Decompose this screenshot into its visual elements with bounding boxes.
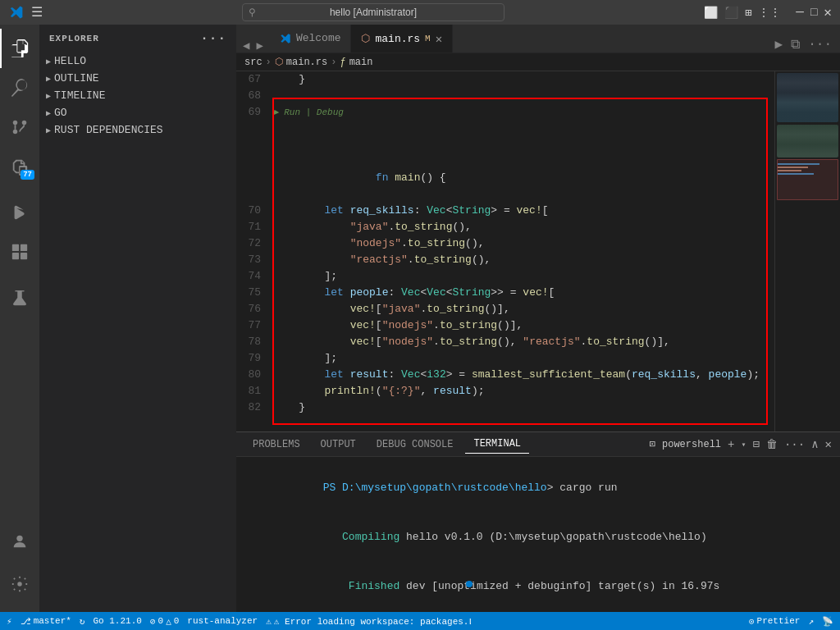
sidebar-item-outline-label: OUTLINE [54,72,99,84]
sidebar-item-rust-deps[interactable]: ▶ RUST DEPENDENCIES [39,121,236,139]
tab-bar: ◀ ▶ Welcome ⬡ main.rs M ✕ ▶ ⧉ ··· [236,25,840,53]
warning-icon: △ [166,616,171,627]
status-prettier[interactable]: ⊙ Prettier [749,616,800,627]
terminal-indicator [466,581,472,587]
layout-icon-4[interactable]: ⋮⋮ [758,6,781,20]
split-terminal-icon[interactable]: ⊟ [752,437,759,451]
terminal-line-4: Running `target\debug\hello.exe` [246,611,830,612]
tab-output[interactable]: OUTPUT [313,436,364,454]
editor-area: ◀ ▶ Welcome ⬡ main.rs M ✕ ▶ ⧉ ··· src › [236,25,840,612]
terminal-dropdown-icon[interactable]: ▾ [741,440,746,450]
main-layout: 77 Explorer ··· ▶ HELLO [0,25,840,612]
tab-welcome[interactable]: Welcome [270,25,352,52]
panel-more-icon[interactable]: ··· [784,438,805,451]
status-errors[interactable]: ⊘ 0 △ 0 [150,616,179,627]
status-rust-analyzer[interactable]: rust-analyzer [187,616,258,626]
titlebar-center: ⚲ [43,3,704,21]
branch-icon: ⎇ [21,616,31,627]
breadcrumb-src[interactable]: src [244,57,262,68]
status-branch[interactable]: ⎇ master* [21,616,71,627]
panel: PROBLEMS OUTPUT DEBUG CONSOLE TERMINAL ⊡… [236,431,840,612]
run-icon[interactable] [0,193,39,232]
run-file-icon[interactable]: ▶ [775,36,783,52]
settings-icon[interactable] [0,564,39,604]
minimap-content [775,71,840,202]
forward-icon[interactable]: ▶ [256,39,262,52]
sync-icon: ↻ [80,616,85,627]
warning-icon-2: ⚠ [266,616,272,627]
minimize-button[interactable]: — [796,5,804,20]
svg-point-1 [22,121,27,126]
status-go-version[interactable]: Go 1.21.0 [93,616,141,626]
hamburger-icon[interactable]: ☰ [31,4,43,21]
search-input[interactable] [242,3,504,21]
layout-icon-1[interactable]: ⬜ [704,6,718,20]
status-share[interactable]: ↗ [808,616,814,627]
breadcrumb-main[interactable]: main [349,57,373,68]
code-line-79: 79 ]; [236,350,774,367]
tab-mainrs[interactable]: ⬡ main.rs M ✕ [351,25,453,52]
sidebar-item-go[interactable]: ▶ GO [39,104,236,121]
collapse-panel-icon[interactable]: ∧ [811,437,818,451]
editor-more-icon[interactable]: ··· [808,37,832,52]
add-terminal-icon[interactable]: + [728,438,734,451]
explorer-icon[interactable] [0,29,39,68]
breadcrumb: src › ⬡ main.rs › ƒ main [236,53,840,71]
tab-terminal[interactable]: TERMINAL [465,435,529,454]
sidebar: Explorer ··· ▶ HELLO ▶ OUTLINE ▶ TIMELIN… [39,25,236,612]
breadcrumb-mainrs[interactable]: main.rs [286,57,327,68]
vscode-logo-icon[interactable] [8,4,25,21]
kill-terminal-icon[interactable]: 🗑 [766,438,778,451]
svg-point-2 [13,121,18,126]
code-line-68: 68 [236,88,774,104]
tab-welcome-label: Welcome [296,32,341,44]
code-line-76: 76 vec!["java".to_string()], [236,301,774,317]
status-bar-right: ⊙ Prettier ↗ 📡 [749,616,833,627]
terminal-content[interactable]: PS D:\mysetup\gopath\rustcode\hello> car… [236,457,840,612]
arrow-icon: ▶ [46,91,51,101]
sidebar-item-timeline[interactable]: ▶ TIMELINE [39,87,236,104]
code-line-75: 75 let people: Vec<Vec<String>> = vec![ [236,285,774,301]
code-line-71: 71 "java".to_string(), [236,219,774,235]
activity-bar-bottom [0,522,39,612]
status-broadcast[interactable]: 📡 [822,616,833,627]
tab-close-button[interactable]: ✕ [436,32,442,46]
split-editor-icon[interactable]: ⧉ [791,37,800,52]
back-icon[interactable]: ◀ [243,39,249,52]
status-sync[interactable]: ↻ [80,616,85,627]
account-icon[interactable] [0,522,39,561]
maximize-button[interactable]: □ [810,6,817,19]
svg-rect-5 [21,244,27,251]
arrow-icon: ▶ [46,108,51,118]
finished-text: Finished [349,580,399,592]
breadcrumb-fn-icon: ƒ [340,57,345,68]
tab-debug-console[interactable]: DEBUG CONSOLE [368,436,462,454]
sidebar-item-outline[interactable]: ▶ OUTLINE [39,70,236,87]
code-line-69: 69 ▶ Run | Debug fn main() { [236,104,774,203]
code-area[interactable]: 67 } 68 69 ▶ Run | Debug [236,71,774,431]
extension-badge: 77 [21,170,34,180]
broadcast-icon: 📡 [822,616,833,627]
extensions2-icon[interactable] [0,232,39,272]
branch-name: master* [34,616,71,626]
layout-icon-3[interactable]: ⊞ [745,6,751,20]
code-line-78: 78 vec!["nodejs".to_string(), "reactjs".… [236,334,774,350]
extensions-icon[interactable]: 77 [0,147,39,186]
status-remote[interactable]: ⚡ [7,616,12,627]
close-panel-icon[interactable]: ✕ [825,437,832,451]
layout-icon-2[interactable]: ⬛ [724,6,738,20]
prettier-icon: ⊙ [749,616,755,627]
status-error-msg[interactable]: ⚠ ⚠ Error loading workspace: packages.Lo… [266,616,471,627]
tab-problems[interactable]: PROBLEMS [244,436,308,454]
close-button[interactable]: ✕ [824,4,832,21]
search-icon[interactable] [0,68,39,107]
error-count: 0 [158,616,164,626]
code-line-81: 81 println!("{:?}", result); [236,383,774,399]
titlebar: ☰ ⚲ ⬜ ⬛ ⊞ ⋮⋮ — □ ✕ [0,0,840,25]
editor-content[interactable]: 67 } 68 69 ▶ Run | Debug [236,71,840,431]
sidebar-item-hello[interactable]: ▶ HELLO [39,52,236,70]
status-bar: ⚡ ⎇ master* ↻ Go 1.21.0 ⊘ 0 △ 0 rust-ana… [0,612,840,630]
source-control-icon[interactable] [0,107,39,147]
flask-icon[interactable] [0,278,39,317]
sidebar-more-icon[interactable]: ··· [200,31,226,46]
